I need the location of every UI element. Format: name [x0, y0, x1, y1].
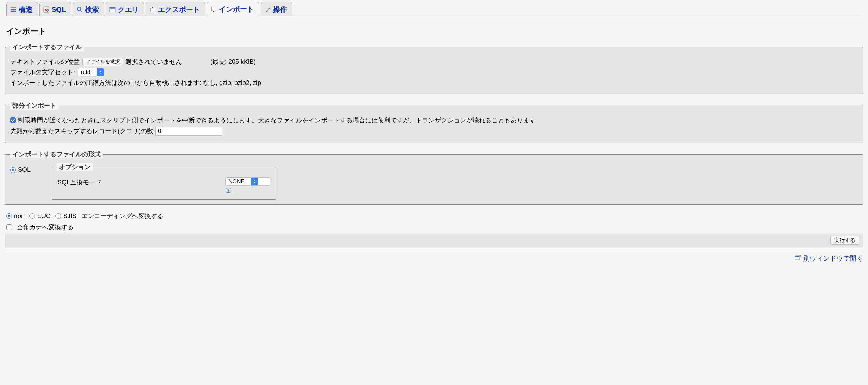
page-title: インポート: [6, 26, 863, 36]
svg-text:SQL: SQL: [44, 9, 49, 12]
encoding-non-label: non: [14, 212, 25, 220]
charset-select[interactable]: utf8: [78, 68, 104, 76]
format-sql-radio[interactable]: [10, 167, 16, 173]
tab-search-label: 検索: [85, 5, 99, 14]
open-new-window-link[interactable]: 別ウィンドウで開く: [803, 254, 863, 263]
tab-query[interactable]: クエリ: [106, 2, 144, 16]
charset-label: ファイルの文字セット:: [10, 68, 75, 76]
sql-compat-select[interactable]: NONE: [225, 177, 270, 186]
chevron-updown-icon: [97, 68, 104, 76]
fieldset-format-legend: インポートするファイルの形式: [10, 150, 103, 158]
kana-convert-label: 全角カナへ変換する: [17, 223, 74, 231]
tab-operations-label: 操作: [273, 5, 287, 14]
svg-rect-0: [11, 7, 16, 8]
fieldset-options: オプション SQL互換モード NONE ?: [52, 163, 276, 200]
tab-sql[interactable]: SQL SQL: [39, 2, 71, 16]
import-icon: [211, 6, 217, 13]
submit-panel: 実行する: [5, 234, 863, 247]
structure-icon: [10, 6, 16, 13]
svg-point-5: [77, 7, 81, 11]
fieldset-file: インポートするファイル テキストファイルの位置 ファイルを選択 選択されていませ…: [5, 43, 863, 94]
footer-link-row: 別ウィンドウで開く: [5, 254, 863, 263]
tab-operations[interactable]: 操作: [261, 2, 292, 16]
tab-import-label: インポート: [219, 5, 254, 14]
divider: [5, 251, 863, 251]
sql-icon: SQL: [43, 6, 49, 13]
tab-search[interactable]: 検索: [73, 2, 104, 16]
submit-button[interactable]: 実行する: [830, 236, 859, 245]
fieldset-format: インポートするファイルの形式 SQL オプション SQL互換モード NONE ?: [5, 150, 863, 205]
fieldset-options-legend: オプション: [57, 163, 93, 171]
tab-export-label: エクスポート: [158, 5, 200, 14]
choose-file-status: 選択されていません: [125, 58, 182, 66]
svg-rect-2: [11, 11, 16, 12]
search-icon: [76, 6, 83, 13]
tab-export[interactable]: エクスポート: [146, 2, 205, 16]
svg-line-6: [80, 10, 82, 12]
tab-import[interactable]: インポート: [207, 2, 259, 16]
svg-text:?: ?: [227, 189, 229, 192]
svg-rect-10: [211, 7, 216, 11]
kana-convert-checkbox[interactable]: [6, 224, 12, 230]
svg-rect-9: [150, 8, 155, 12]
svg-rect-1: [11, 9, 16, 10]
fieldset-partial-legend: 部分インポート: [10, 101, 59, 110]
file-location-label: テキストファイルの位置: [10, 58, 80, 66]
skip-records-input[interactable]: [155, 127, 222, 136]
fieldset-partial: 部分インポート 制限時間が近くなったときにスクリプト側でインポートを中断できるよ…: [5, 101, 863, 143]
operations-icon: [265, 6, 271, 13]
kana-row: 全角カナへ変換する: [6, 223, 863, 231]
encoding-euc-radio[interactable]: [29, 213, 35, 219]
max-size-label: (最長: 205 kKiB): [210, 58, 256, 66]
skip-records-label: 先頭から数えたスキップするレコード(クエリ)の数: [10, 127, 153, 135]
svg-rect-8: [110, 7, 115, 8]
choose-file-button[interactable]: ファイルを選択: [82, 58, 123, 66]
chevron-updown-icon: [251, 178, 258, 185]
charset-select-value: utf8: [81, 69, 97, 75]
encoding-sjis-label: SJIS: [63, 212, 76, 220]
tab-sql-label: SQL: [52, 6, 66, 14]
tabs: 構造 SQL SQL 検索 クエリ エクスポート インポート 操作: [5, 2, 863, 16]
tab-query-label: クエリ: [118, 5, 139, 14]
tab-structure-label: 構造: [19, 5, 33, 14]
sql-compat-label: SQL互換モード: [58, 177, 102, 187]
export-icon: [149, 6, 156, 13]
help-icon[interactable]: ?: [226, 187, 231, 192]
encoding-euc-label: EUC: [37, 212, 51, 220]
new-window-icon: [795, 255, 801, 263]
allow-interrupt-checkbox[interactable]: [10, 117, 16, 123]
compression-note: インポートしたファイルの圧縮方法は次の中から自動検出されます: なし, gzip…: [10, 79, 261, 87]
format-sql-label: SQL: [18, 166, 31, 174]
allow-interrupt-label: 制限時間が近くなったときにスクリプト側でインポートを中断できるようにします。大き…: [18, 116, 536, 124]
encoding-convert-label: エンコーディングへ変換する: [81, 212, 163, 220]
query-icon: [109, 6, 116, 13]
tab-structure[interactable]: 構造: [6, 2, 38, 16]
fieldset-file-legend: インポートするファイル: [10, 43, 84, 51]
encoding-sjis-radio[interactable]: [55, 213, 61, 219]
encoding-row: non EUC SJIS エンコーディングへ変換する: [6, 212, 863, 220]
encoding-non-radio[interactable]: [6, 213, 12, 219]
sql-compat-select-value: NONE: [228, 178, 251, 185]
